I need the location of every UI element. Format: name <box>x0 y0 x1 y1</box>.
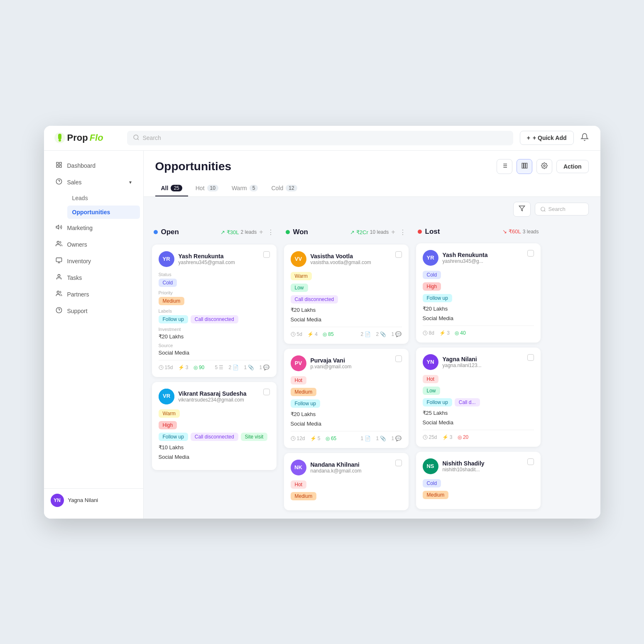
col-title-won: Won <box>286 228 309 236</box>
header-actions: Action <box>497 159 589 174</box>
card-field-investment-yash-lost: ₹20 Lakhs <box>423 306 534 312</box>
open-lead-count: 2 leads <box>240 229 257 235</box>
kanban-card-purvaja[interactable]: PV Purvaja Vani p.vani@gmail.com Hot <box>284 349 409 448</box>
list-view-button[interactable] <box>497 159 512 174</box>
user-avatar: YN <box>51 494 64 507</box>
settings-button[interactable] <box>536 159 552 174</box>
footer-time-yash: 15d <box>159 365 173 370</box>
sidebar-item-opportunities[interactable]: Opportunities <box>67 206 140 219</box>
card-checkbox-vasistha[interactable] <box>395 251 402 258</box>
footer-docs-vasistha: 2 📄 <box>360 331 371 337</box>
kanban-card-nishith[interactable]: NS Nishith Shadily nishith10shadit... Co… <box>416 452 541 509</box>
lost-lead-count: 3 leads <box>523 229 539 235</box>
label-follow-up-purvaja: Follow up <box>291 399 320 408</box>
card-checkbox-yash[interactable] <box>263 251 270 258</box>
notification-button[interactable] <box>579 131 590 145</box>
card-name-yagna-lost: Yagna Nilani <box>443 356 482 362</box>
card-identity-yash: YR Yash Renukunta yashrenu345@gmail.com <box>159 251 235 267</box>
card-header-nishith: NS Nishith Shadily nishith10shadit... <box>423 458 534 474</box>
sidebar-item-partners[interactable]: Partners <box>47 286 140 303</box>
sidebar-item-leads[interactable]: Leads <box>67 191 140 205</box>
kanban-card-yash-lost[interactable]: YR Yash Renukunta yashrenu345@g... Cold <box>416 243 541 343</box>
main-layout: Dashboard Sales ▾ Leads Opportunities <box>44 151 600 519</box>
card-field-status-yash: Status Cold <box>159 272 270 287</box>
footer-comments-purvaja: 1 💬 <box>391 436 402 441</box>
sidebar-item-owners[interactable]: Owners <box>47 236 140 253</box>
sidebar-item-marketing[interactable]: Marketing <box>47 220 140 236</box>
card-field-investment-yagna-lost: ₹25 Lakhs <box>423 410 534 416</box>
card-checkbox-nishith[interactable] <box>527 458 534 465</box>
tab-cold[interactable]: Cold 12 <box>265 181 303 196</box>
card-checkbox-nandana[interactable] <box>395 460 402 466</box>
footer-score-vasistha: ◎ 85 <box>323 331 334 337</box>
source-vikrant: Social Media <box>159 454 270 460</box>
card-checkbox-vikrant[interactable] <box>263 389 270 395</box>
tab-warm[interactable]: Warm 5 <box>226 181 264 196</box>
source-yagna-lost: Social Media <box>423 419 534 426</box>
sidebar-item-tasks[interactable]: Tasks <box>47 269 140 286</box>
sidebar: Dashboard Sales ▾ Leads Opportunities <box>44 151 144 519</box>
search-mini[interactable]: Search <box>535 203 589 215</box>
label-follow-up-yagna-lost: Follow up <box>423 398 452 406</box>
label-follow-up-vikrant: Follow up <box>159 433 188 441</box>
kanban-card-nandana[interactable]: NK Nandana Khilnani nandana.k@gmail.com … <box>284 453 409 510</box>
label-call-vasistha: Call disconnected <box>291 295 338 304</box>
search-bar[interactable]: Search <box>127 131 513 145</box>
partners-icon <box>56 290 62 299</box>
avatar-purvaja: PV <box>291 355 306 371</box>
card-field-priority-yash: Priority Medium <box>159 290 270 305</box>
open-add-button[interactable]: + <box>258 228 264 237</box>
kanban-view-button[interactable] <box>517 159 532 174</box>
status-badge-vasistha: Warm <box>291 272 312 280</box>
footer-time-yagna-lost: 25d <box>423 434 437 440</box>
footer-time-yash-lost: 8d <box>423 330 434 336</box>
card-field-priority-vikrant: High <box>159 421 270 429</box>
won-add-button[interactable]: + <box>390 228 396 237</box>
sidebar-item-dashboard[interactable]: Dashboard <box>47 157 140 174</box>
card-checkbox-yagna-lost[interactable] <box>527 354 534 361</box>
svg-point-25 <box>544 165 545 167</box>
card-email-vikrant: vikrantrsudes234@gmail.com <box>179 397 247 403</box>
card-field-source-purvaja: Social Media <box>291 421 402 427</box>
browser-window: PropFlo Search + + Quick Add <box>44 126 600 519</box>
won-title: Won <box>293 228 309 236</box>
card-checkbox-purvaja[interactable] <box>395 355 402 362</box>
card-name-yash: Yash Renukunta <box>179 253 235 260</box>
top-actions: + + Quick Add <box>520 131 590 145</box>
footer-comments-vasistha: 1 💬 <box>391 331 402 337</box>
open-dot <box>154 230 158 234</box>
tab-all[interactable]: All 25 <box>155 181 188 196</box>
svg-text:VR: VR <box>162 393 170 399</box>
tab-all-label: All <box>161 185 169 191</box>
card-checkbox-yash-lost[interactable] <box>527 250 534 257</box>
content-area: Opportunities Action <box>144 151 600 519</box>
card-identity-yash-lost: YR Yash Renukunta yashrenu345@g... <box>423 250 488 266</box>
quick-add-button[interactable]: + + Quick Add <box>520 131 574 145</box>
footer-bolt-yash: ⚡ 3 <box>178 365 189 370</box>
tab-cold-label: Cold <box>271 185 283 191</box>
source-yash: Social Media <box>159 350 270 356</box>
tab-hot[interactable]: Hot 10 <box>190 181 224 196</box>
col-header-open: Open ↗ ₹30L 2 leads + ⋮ <box>152 222 277 240</box>
card-footer-yash: 15d ⚡ 3 ◎ 90 5 ☰ 2 📄 1 📎 1 💬 <box>159 365 270 370</box>
open-more-button[interactable]: ⋮ <box>267 228 275 237</box>
kanban-card-yagna-lost[interactable]: YN Yagna Nilani yagna.nilani123... Hot <box>416 348 541 447</box>
kanban-card-yash-renukunta[interactable]: YR Yash Renukunta yashrenu345@gmail.com … <box>152 245 277 377</box>
sidebar-item-inventory[interactable]: Inventory <box>47 253 140 269</box>
card-identity-vasistha: VV Vasistha Vootla vasistha.vootla@gmail… <box>291 251 371 267</box>
won-more-button[interactable]: ⋮ <box>399 228 407 237</box>
leads-label: Leads <box>72 195 88 201</box>
sidebar-nav: Dashboard Sales ▾ Leads Opportunities <box>44 157 143 488</box>
sidebar-item-sales[interactable]: Sales ▾ <box>47 174 140 191</box>
card-header-yash: YR Yash Renukunta yashrenu345@gmail.com <box>159 251 270 267</box>
kanban-card-vasistha[interactable]: VV Vasistha Vootla vasistha.vootla@gmail… <box>284 245 409 344</box>
action-button[interactable]: Action <box>556 160 589 173</box>
filter-button[interactable] <box>513 202 531 217</box>
footer-docs-yash: 2 📄 <box>228 365 239 370</box>
card-header-vikrant: VR Vikrant Rasaraj Sudesha vikrantrsudes… <box>159 389 270 404</box>
tasks-icon <box>56 274 62 282</box>
kanban-card-vikrant[interactable]: VR Vikrant Rasaraj Sudesha vikrantrsudes… <box>152 382 277 470</box>
sidebar-item-support[interactable]: Support <box>47 303 140 319</box>
tab-bar: All 25 Hot 10 Warm 5 Cold 12 <box>155 181 589 196</box>
card-email-nandana: nandana.k@gmail.com <box>311 468 362 474</box>
